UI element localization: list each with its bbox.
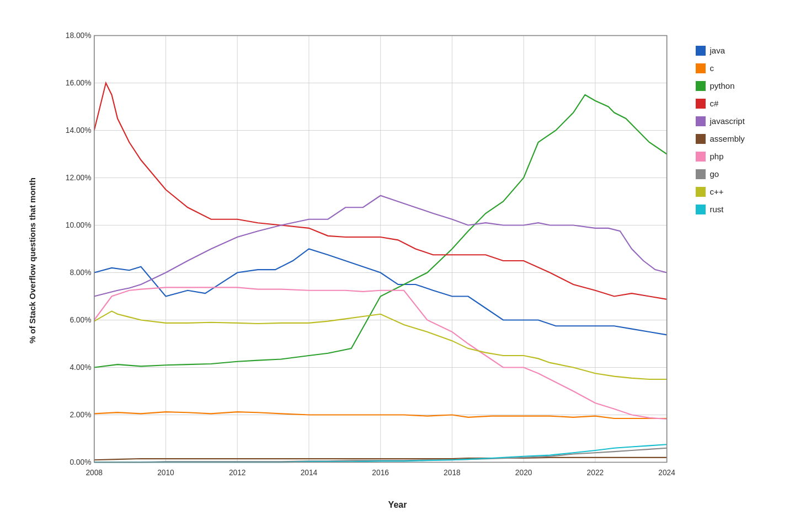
svg-text:6.00%: 6.00% — [70, 315, 91, 324]
legend-label-assembly: assembly — [710, 134, 745, 143]
legend-swatch-c# — [696, 99, 706, 109]
y-axis-label: % of Stack Overflow questions that month — [17, 24, 47, 498]
legend-item-c++: c++ — [696, 187, 778, 197]
svg-text:2010: 2010 — [157, 468, 174, 477]
legend-item-go: go — [696, 169, 778, 179]
svg-text:18.00%: 18.00% — [65, 30, 91, 39]
legend-swatch-java — [696, 46, 706, 56]
svg-text:14.00%: 14.00% — [65, 125, 91, 134]
legend-label-javascript: javascript — [710, 116, 745, 126]
x-axis-label: Year — [388, 500, 407, 510]
svg-text:12.00%: 12.00% — [65, 173, 91, 181]
legend-swatch-c++ — [696, 187, 706, 197]
svg-text:2014: 2014 — [300, 468, 317, 477]
legend-swatch-php — [696, 152, 706, 162]
legend-label-go: go — [710, 169, 719, 179]
legend-label-c: c — [710, 63, 714, 73]
svg-text:4.00%: 4.00% — [70, 362, 91, 371]
legend-label-php: php — [710, 152, 724, 161]
legend-label-python: python — [710, 81, 735, 90]
legend-item-assembly: assembly — [696, 134, 778, 144]
svg-text:2012: 2012 — [228, 468, 246, 477]
legend-item-c: c — [696, 63, 778, 73]
svg-text:10.00%: 10.00% — [65, 220, 91, 229]
legend-swatch-assembly — [696, 134, 706, 144]
svg-text:2008: 2008 — [86, 468, 103, 477]
legend-swatch-go — [696, 169, 706, 179]
legend-label-c#: c# — [710, 99, 719, 108]
legend-swatch-rust — [696, 205, 706, 214]
legend-label-java: java — [710, 46, 725, 55]
svg-text:0.00%: 0.00% — [70, 457, 91, 466]
chart-plot-area: 0.00% 2.00% 4.00% 6.00% 8.00% 10.00% 12.… — [47, 24, 690, 498]
legend-item-rust: rust — [696, 205, 778, 214]
chart-legend: javacpythonc#javascriptassemblyphpgoc++r… — [690, 24, 778, 498]
legend-swatch-python — [696, 81, 706, 91]
chart-svg: 0.00% 2.00% 4.00% 6.00% 8.00% 10.00% 12.… — [47, 24, 690, 498]
svg-text:8.00%: 8.00% — [70, 267, 91, 276]
legend-label-rust: rust — [710, 205, 724, 214]
svg-text:2020: 2020 — [515, 468, 532, 477]
legend-item-php: php — [696, 152, 778, 162]
legend-item-javascript: javascript — [696, 116, 778, 126]
legend-item-c#: c# — [696, 99, 778, 109]
chart-container: % of Stack Overflow questions that month — [17, 13, 778, 520]
svg-text:2024: 2024 — [658, 468, 675, 477]
svg-text:2016: 2016 — [372, 468, 389, 477]
legend-swatch-c — [696, 63, 706, 73]
legend-swatch-javascript — [696, 116, 706, 126]
legend-item-java: java — [696, 46, 778, 56]
legend-label-c++: c++ — [710, 187, 724, 196]
svg-text:2.00%: 2.00% — [70, 410, 91, 418]
legend-item-python: python — [696, 81, 778, 91]
svg-text:2018: 2018 — [444, 468, 461, 477]
svg-text:16.00%: 16.00% — [65, 78, 91, 87]
svg-text:2022: 2022 — [586, 468, 604, 477]
